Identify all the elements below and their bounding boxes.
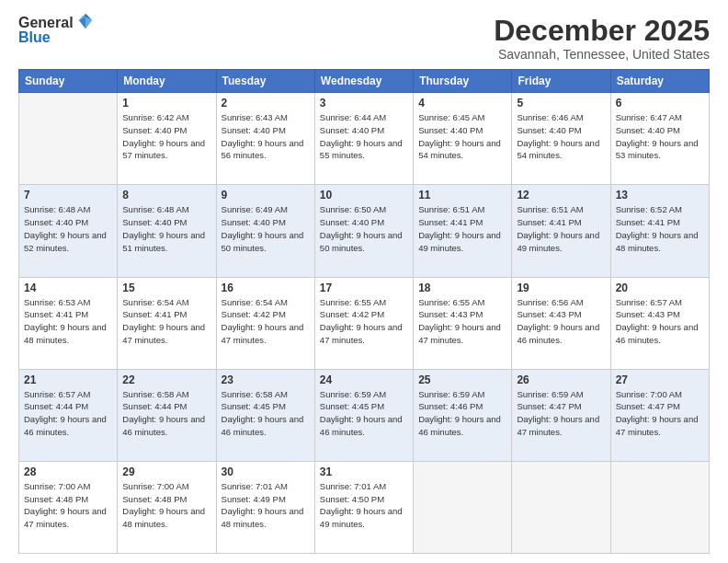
day-info: Sunrise: 6:42 AMSunset: 4:40 PMDaylight:… <box>122 111 210 162</box>
day-info: Sunrise: 6:55 AMSunset: 4:42 PMDaylight:… <box>320 296 408 347</box>
day-number: 27 <box>616 373 704 386</box>
table-row: 8Sunrise: 6:48 AMSunset: 4:40 PMDaylight… <box>118 185 216 277</box>
day-number: 28 <box>24 465 112 478</box>
table-row: 27Sunrise: 7:00 AMSunset: 4:47 PMDayligh… <box>610 369 709 461</box>
logo-blue-text: Blue <box>18 29 51 46</box>
weekday-saturday: Saturday <box>610 70 709 93</box>
day-number: 4 <box>418 97 506 109</box>
day-number: 18 <box>418 282 506 294</box>
day-number: 12 <box>517 189 605 201</box>
table-row: 6Sunrise: 6:47 AMSunset: 4:40 PMDaylight… <box>610 93 709 185</box>
day-number: 24 <box>320 373 408 386</box>
day-number: 21 <box>24 373 112 386</box>
table-row: 9Sunrise: 6:49 AMSunset: 4:40 PMDaylight… <box>216 185 314 277</box>
day-number: 31 <box>320 465 408 478</box>
day-number: 26 <box>517 373 605 386</box>
logo: General Blue <box>18 15 96 46</box>
table-row: 20Sunrise: 6:57 AMSunset: 4:43 PMDayligh… <box>610 277 709 369</box>
table-row: 31Sunrise: 7:01 AMSunset: 4:50 PMDayligh… <box>314 461 413 553</box>
day-number: 25 <box>418 373 506 386</box>
table-row: 30Sunrise: 7:01 AMSunset: 4:49 PMDayligh… <box>216 461 314 553</box>
table-row: 26Sunrise: 6:59 AMSunset: 4:47 PMDayligh… <box>512 369 610 461</box>
header: General Blue December 2025 Savannah, Ten… <box>18 15 710 62</box>
day-info: Sunrise: 6:45 AMSunset: 4:40 PMDaylight:… <box>418 111 506 162</box>
day-number: 20 <box>616 282 704 294</box>
day-info: Sunrise: 6:48 AMSunset: 4:40 PMDaylight:… <box>122 203 210 254</box>
table-row <box>414 461 512 553</box>
table-row: 18Sunrise: 6:55 AMSunset: 4:43 PMDayligh… <box>414 277 512 369</box>
weekday-header-row: Sunday Monday Tuesday Wednesday Thursday… <box>19 70 710 93</box>
table-row: 14Sunrise: 6:53 AMSunset: 4:41 PMDayligh… <box>19 277 118 369</box>
table-row <box>512 461 610 553</box>
logo-icon <box>75 12 96 30</box>
day-info: Sunrise: 6:50 AMSunset: 4:40 PMDaylight:… <box>320 203 408 254</box>
day-info: Sunrise: 7:01 AMSunset: 4:50 PMDaylight:… <box>320 480 408 531</box>
day-number: 11 <box>418 189 506 201</box>
week-row-4: 28Sunrise: 7:00 AMSunset: 4:48 PMDayligh… <box>19 461 710 553</box>
day-number: 17 <box>320 282 408 294</box>
day-number: 1 <box>122 97 210 109</box>
day-number: 3 <box>320 97 408 109</box>
table-row: 7Sunrise: 6:48 AMSunset: 4:40 PMDaylight… <box>19 185 118 277</box>
day-number: 9 <box>222 189 310 201</box>
table-row: 16Sunrise: 6:54 AMSunset: 4:42 PMDayligh… <box>216 277 314 369</box>
table-row: 23Sunrise: 6:58 AMSunset: 4:45 PMDayligh… <box>216 369 314 461</box>
weekday-wednesday: Wednesday <box>314 70 413 93</box>
day-info: Sunrise: 6:59 AMSunset: 4:45 PMDaylight:… <box>320 388 408 439</box>
table-row: 21Sunrise: 6:57 AMSunset: 4:44 PMDayligh… <box>19 369 118 461</box>
day-number: 2 <box>222 97 310 109</box>
day-number: 15 <box>122 282 210 294</box>
table-row: 15Sunrise: 6:54 AMSunset: 4:41 PMDayligh… <box>118 277 216 369</box>
day-number: 7 <box>24 189 112 201</box>
day-info: Sunrise: 6:57 AMSunset: 4:44 PMDaylight:… <box>24 388 112 439</box>
day-info: Sunrise: 6:55 AMSunset: 4:43 PMDaylight:… <box>418 296 506 347</box>
day-info: Sunrise: 6:56 AMSunset: 4:43 PMDaylight:… <box>517 296 605 347</box>
day-info: Sunrise: 6:46 AMSunset: 4:40 PMDaylight:… <box>517 111 605 162</box>
table-row: 24Sunrise: 6:59 AMSunset: 4:45 PMDayligh… <box>314 369 413 461</box>
day-number: 14 <box>24 282 112 294</box>
weekday-tuesday: Tuesday <box>216 70 314 93</box>
week-row-3: 21Sunrise: 6:57 AMSunset: 4:44 PMDayligh… <box>19 369 710 461</box>
weekday-monday: Monday <box>118 70 216 93</box>
day-number: 10 <box>320 189 408 201</box>
day-info: Sunrise: 6:59 AMSunset: 4:46 PMDaylight:… <box>418 388 506 439</box>
calendar-table: Sunday Monday Tuesday Wednesday Thursday… <box>18 69 710 554</box>
table-row <box>610 461 709 553</box>
day-number: 8 <box>122 189 210 201</box>
day-info: Sunrise: 6:53 AMSunset: 4:41 PMDaylight:… <box>24 296 112 347</box>
table-row: 3Sunrise: 6:44 AMSunset: 4:40 PMDaylight… <box>314 93 413 185</box>
location: Savannah, Tennessee, United States <box>494 47 710 62</box>
day-number: 29 <box>122 465 210 478</box>
table-row: 25Sunrise: 6:59 AMSunset: 4:46 PMDayligh… <box>414 369 512 461</box>
table-row: 13Sunrise: 6:52 AMSunset: 4:41 PMDayligh… <box>610 185 709 277</box>
day-info: Sunrise: 7:00 AMSunset: 4:47 PMDaylight:… <box>616 388 704 439</box>
table-row: 12Sunrise: 6:51 AMSunset: 4:41 PMDayligh… <box>512 185 610 277</box>
table-row: 28Sunrise: 7:00 AMSunset: 4:48 PMDayligh… <box>19 461 118 553</box>
table-row: 2Sunrise: 6:43 AMSunset: 4:40 PMDaylight… <box>216 93 314 185</box>
table-row <box>19 93 118 185</box>
page: General Blue December 2025 Savannah, Ten… <box>0 0 728 563</box>
week-row-0: 1Sunrise: 6:42 AMSunset: 4:40 PMDaylight… <box>19 93 710 185</box>
day-info: Sunrise: 7:01 AMSunset: 4:49 PMDaylight:… <box>222 480 310 531</box>
weekday-friday: Friday <box>512 70 610 93</box>
day-info: Sunrise: 6:52 AMSunset: 4:41 PMDaylight:… <box>616 203 704 254</box>
title-block: December 2025 Savannah, Tennessee, Unite… <box>494 15 710 62</box>
weekday-sunday: Sunday <box>19 70 118 93</box>
day-number: 5 <box>517 97 605 109</box>
table-row: 1Sunrise: 6:42 AMSunset: 4:40 PMDaylight… <box>118 93 216 185</box>
table-row: 11Sunrise: 6:51 AMSunset: 4:41 PMDayligh… <box>414 185 512 277</box>
day-info: Sunrise: 7:00 AMSunset: 4:48 PMDaylight:… <box>24 480 112 531</box>
day-info: Sunrise: 6:49 AMSunset: 4:40 PMDaylight:… <box>222 203 310 254</box>
day-info: Sunrise: 6:58 AMSunset: 4:44 PMDaylight:… <box>122 388 210 439</box>
day-number: 23 <box>222 373 310 386</box>
day-info: Sunrise: 6:44 AMSunset: 4:40 PMDaylight:… <box>320 111 408 162</box>
weekday-thursday: Thursday <box>414 70 512 93</box>
table-row: 29Sunrise: 7:00 AMSunset: 4:48 PMDayligh… <box>118 461 216 553</box>
day-info: Sunrise: 6:47 AMSunset: 4:40 PMDaylight:… <box>616 111 704 162</box>
table-row: 19Sunrise: 6:56 AMSunset: 4:43 PMDayligh… <box>512 277 610 369</box>
day-info: Sunrise: 6:59 AMSunset: 4:47 PMDaylight:… <box>517 388 605 439</box>
table-row: 5Sunrise: 6:46 AMSunset: 4:40 PMDaylight… <box>512 93 610 185</box>
day-number: 16 <box>222 282 310 294</box>
day-number: 22 <box>122 373 210 386</box>
day-number: 13 <box>616 189 704 201</box>
